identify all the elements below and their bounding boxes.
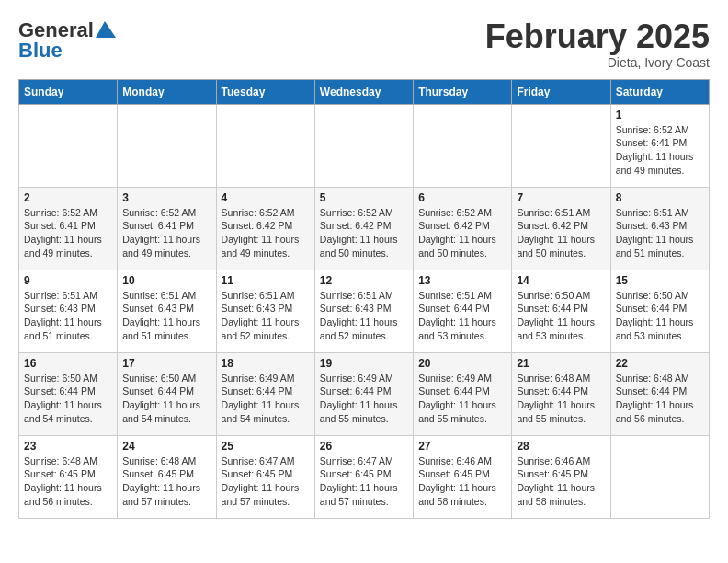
day-cell-25: 25Sunrise: 6:47 AM Sunset: 6:45 PM Dayli… [216, 435, 314, 518]
weekday-header-friday: Friday [512, 79, 610, 104]
page-header: General Blue February 2025 Dieta, Ivory … [18, 18, 710, 70]
empty-cell [19, 104, 118, 187]
day-cell-27: 27Sunrise: 6:46 AM Sunset: 6:45 PM Dayli… [414, 435, 512, 518]
day-info-13: Sunrise: 6:51 AM Sunset: 6:44 PM Dayligh… [418, 289, 506, 343]
day-info-25: Sunrise: 6:47 AM Sunset: 6:45 PM Dayligh… [222, 454, 310, 509]
day-info-14: Sunrise: 6:50 AM Sunset: 6:44 PM Dayligh… [517, 289, 605, 343]
day-number-14: 14 [517, 274, 605, 287]
day-cell-2: 2Sunrise: 6:52 AM Sunset: 6:41 PM Daylig… [19, 187, 118, 270]
day-number-8: 8 [616, 191, 704, 204]
day-info-5: Sunrise: 6:52 AM Sunset: 6:42 PM Dayligh… [320, 206, 408, 260]
weekday-header-row: SundayMondayTuesdayWednesdayThursdayFrid… [19, 79, 710, 104]
day-number-23: 23 [24, 440, 112, 453]
weekday-header-monday: Monday [118, 79, 216, 104]
title-section: February 2025 Dieta, Ivory Coast [485, 18, 710, 70]
day-cell-4: 4Sunrise: 6:52 AM Sunset: 6:42 PM Daylig… [216, 187, 314, 270]
day-number-15: 15 [616, 274, 704, 287]
day-number-16: 16 [24, 357, 112, 370]
day-number-10: 10 [122, 274, 210, 287]
svg-marker-0 [96, 21, 116, 38]
day-info-6: Sunrise: 6:52 AM Sunset: 6:42 PM Dayligh… [418, 206, 506, 260]
day-number-12: 12 [320, 274, 408, 287]
day-cell-15: 15Sunrise: 6:50 AM Sunset: 6:44 PM Dayli… [610, 270, 709, 352]
month-title: February 2025 [485, 18, 710, 55]
day-cell-1: 1Sunrise: 6:52 AM Sunset: 6:41 PM Daylig… [610, 104, 709, 187]
empty-cell [216, 104, 314, 187]
day-info-10: Sunrise: 6:51 AM Sunset: 6:43 PM Dayligh… [122, 289, 210, 343]
logo: General Blue [18, 18, 116, 63]
day-cell-21: 21Sunrise: 6:48 AM Sunset: 6:44 PM Dayli… [512, 352, 610, 435]
day-info-19: Sunrise: 6:49 AM Sunset: 6:44 PM Dayligh… [320, 372, 408, 426]
empty-cell [610, 435, 709, 518]
week-row-4: 16Sunrise: 6:50 AM Sunset: 6:44 PM Dayli… [19, 352, 710, 435]
day-info-17: Sunrise: 6:50 AM Sunset: 6:44 PM Dayligh… [122, 372, 210, 426]
day-number-4: 4 [222, 191, 310, 204]
empty-cell [314, 104, 413, 187]
empty-cell [512, 104, 610, 187]
day-number-25: 25 [222, 440, 310, 453]
day-info-28: Sunrise: 6:46 AM Sunset: 6:45 PM Dayligh… [517, 454, 605, 509]
day-number-3: 3 [122, 191, 210, 204]
day-number-2: 2 [24, 191, 112, 204]
weekday-header-saturday: Saturday [610, 79, 709, 104]
day-cell-8: 8Sunrise: 6:51 AM Sunset: 6:43 PM Daylig… [610, 187, 709, 270]
day-number-11: 11 [222, 274, 310, 287]
week-row-3: 9Sunrise: 6:51 AM Sunset: 6:43 PM Daylig… [19, 270, 710, 352]
day-info-3: Sunrise: 6:52 AM Sunset: 6:41 PM Dayligh… [122, 206, 210, 260]
day-info-12: Sunrise: 6:51 AM Sunset: 6:43 PM Dayligh… [320, 289, 408, 343]
week-row-5: 23Sunrise: 6:48 AM Sunset: 6:45 PM Dayli… [19, 435, 710, 518]
day-cell-19: 19Sunrise: 6:49 AM Sunset: 6:44 PM Dayli… [314, 352, 413, 435]
weekday-header-wednesday: Wednesday [314, 79, 413, 104]
day-number-17: 17 [122, 357, 210, 370]
day-number-18: 18 [222, 357, 310, 370]
day-number-5: 5 [320, 191, 408, 204]
day-cell-6: 6Sunrise: 6:52 AM Sunset: 6:42 PM Daylig… [414, 187, 512, 270]
day-info-22: Sunrise: 6:48 AM Sunset: 6:44 PM Dayligh… [616, 372, 704, 426]
day-cell-23: 23Sunrise: 6:48 AM Sunset: 6:45 PM Dayli… [19, 435, 118, 518]
weekday-header-tuesday: Tuesday [216, 79, 314, 104]
day-info-11: Sunrise: 6:51 AM Sunset: 6:43 PM Dayligh… [222, 289, 310, 343]
day-cell-18: 18Sunrise: 6:49 AM Sunset: 6:44 PM Dayli… [216, 352, 314, 435]
day-number-27: 27 [418, 440, 506, 453]
day-cell-3: 3Sunrise: 6:52 AM Sunset: 6:41 PM Daylig… [118, 187, 216, 270]
day-info-26: Sunrise: 6:47 AM Sunset: 6:45 PM Dayligh… [320, 454, 408, 509]
day-info-15: Sunrise: 6:50 AM Sunset: 6:44 PM Dayligh… [616, 289, 704, 343]
day-info-8: Sunrise: 6:51 AM Sunset: 6:43 PM Dayligh… [616, 206, 704, 260]
day-info-23: Sunrise: 6:48 AM Sunset: 6:45 PM Dayligh… [24, 454, 112, 509]
day-info-24: Sunrise: 6:48 AM Sunset: 6:45 PM Dayligh… [122, 454, 210, 509]
day-cell-16: 16Sunrise: 6:50 AM Sunset: 6:44 PM Dayli… [19, 352, 118, 435]
day-info-2: Sunrise: 6:52 AM Sunset: 6:41 PM Dayligh… [24, 206, 112, 260]
day-number-6: 6 [418, 191, 506, 204]
day-cell-13: 13Sunrise: 6:51 AM Sunset: 6:44 PM Dayli… [414, 270, 512, 352]
day-number-26: 26 [320, 440, 408, 453]
weekday-header-sunday: Sunday [19, 79, 118, 104]
day-number-9: 9 [24, 274, 112, 287]
day-info-9: Sunrise: 6:51 AM Sunset: 6:43 PM Dayligh… [24, 289, 112, 343]
day-number-24: 24 [122, 440, 210, 453]
empty-cell [414, 104, 512, 187]
day-cell-9: 9Sunrise: 6:51 AM Sunset: 6:43 PM Daylig… [19, 270, 118, 352]
day-cell-11: 11Sunrise: 6:51 AM Sunset: 6:43 PM Dayli… [216, 270, 314, 352]
day-cell-26: 26Sunrise: 6:47 AM Sunset: 6:45 PM Dayli… [314, 435, 413, 518]
day-number-21: 21 [517, 357, 605, 370]
location-subtitle: Dieta, Ivory Coast [485, 55, 710, 70]
week-row-2: 2Sunrise: 6:52 AM Sunset: 6:41 PM Daylig… [19, 187, 710, 270]
day-info-18: Sunrise: 6:49 AM Sunset: 6:44 PM Dayligh… [222, 372, 310, 426]
day-number-28: 28 [517, 440, 605, 453]
day-cell-28: 28Sunrise: 6:46 AM Sunset: 6:45 PM Dayli… [512, 435, 610, 518]
day-cell-14: 14Sunrise: 6:50 AM Sunset: 6:44 PM Dayli… [512, 270, 610, 352]
weekday-header-thursday: Thursday [414, 79, 512, 104]
day-info-20: Sunrise: 6:49 AM Sunset: 6:44 PM Dayligh… [418, 372, 506, 426]
day-info-27: Sunrise: 6:46 AM Sunset: 6:45 PM Dayligh… [418, 454, 506, 509]
day-number-22: 22 [616, 357, 704, 370]
day-cell-7: 7Sunrise: 6:51 AM Sunset: 6:42 PM Daylig… [512, 187, 610, 270]
day-info-7: Sunrise: 6:51 AM Sunset: 6:42 PM Dayligh… [517, 206, 605, 260]
calendar-table: SundayMondayTuesdayWednesdayThursdayFrid… [18, 79, 710, 519]
day-number-19: 19 [320, 357, 408, 370]
day-cell-12: 12Sunrise: 6:51 AM Sunset: 6:43 PM Dayli… [314, 270, 413, 352]
day-number-7: 7 [517, 191, 605, 204]
week-row-1: 1Sunrise: 6:52 AM Sunset: 6:41 PM Daylig… [19, 104, 710, 187]
logo-blue: Blue [18, 39, 63, 63]
day-cell-17: 17Sunrise: 6:50 AM Sunset: 6:44 PM Dayli… [118, 352, 216, 435]
day-cell-10: 10Sunrise: 6:51 AM Sunset: 6:43 PM Dayli… [118, 270, 216, 352]
